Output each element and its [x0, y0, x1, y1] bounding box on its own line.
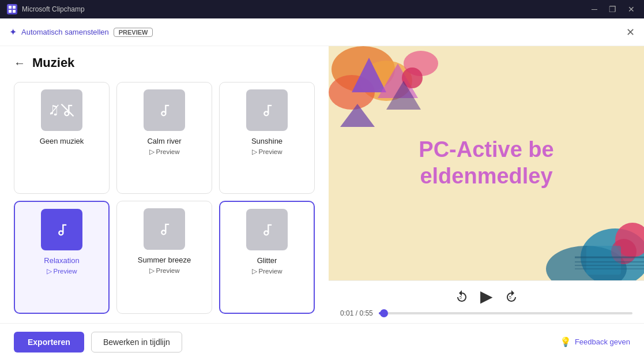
relaxation-preview[interactable]: ▷ Preview — [47, 267, 77, 275]
window-close-button[interactable]: ✕ — [626, 5, 637, 14]
deco-topleft — [329, 46, 444, 138]
feedback-label: Feedback geven — [575, 337, 630, 346]
geen-muziek-icon: ♫̸ — [41, 89, 82, 131]
glitter-name: Glitter — [257, 256, 277, 265]
feedback-link[interactable]: 💡 Feedback geven — [560, 336, 630, 347]
svg-rect-2 — [9, 10, 12, 13]
play-triangle-icon: ▷ — [149, 267, 155, 275]
player-controls: 5 ▶ 5 0:01 / 0:55 — [329, 280, 644, 323]
auto-assemble-label: Automatisch samenstellen — [21, 28, 109, 36]
rewind-icon: 5 — [455, 290, 469, 303]
progress-bar[interactable] — [379, 312, 632, 314]
left-panel: ← Muziek ♫̸ Geen muziek Calm river ▷ — [0, 46, 329, 323]
svg-rect-3 — [13, 10, 16, 13]
app-logo — [7, 4, 17, 14]
relaxation-name: Relaxation — [44, 256, 79, 265]
right-panel: PC-Active be eldenmedley — [329, 46, 644, 323]
svg-rect-1 — [13, 6, 16, 9]
music-card-relaxation[interactable]: Relaxation ▷ Preview — [14, 201, 110, 314]
music-grid: ♫̸ Geen muziek Calm river ▷ Preview — [14, 82, 315, 314]
svg-rect-0 — [9, 6, 12, 9]
play-triangle-icon: ▷ — [149, 148, 155, 156]
play-triangle-icon: ▷ — [252, 267, 257, 275]
auto-assemble-header: ✦ Automatisch samenstellen PREVIEW — [9, 27, 153, 38]
calm-river-preview[interactable]: ▷ Preview — [149, 148, 180, 156]
progress-thumb — [380, 309, 388, 317]
deco-bottomright — [540, 211, 644, 280]
music-card-geen-muziek[interactable]: ♫̸ Geen muziek — [14, 82, 110, 194]
preview-badge: PREVIEW — [114, 28, 153, 37]
svg-text:5: 5 — [460, 295, 462, 299]
music-card-calm-river[interactable]: Calm river ▷ Preview — [116, 82, 212, 194]
page-header: ← Muziek — [14, 55, 315, 70]
sparkle-icon: ✦ — [9, 27, 17, 38]
maximize-button[interactable]: ❐ — [607, 5, 619, 14]
rewind-button[interactable]: 5 — [455, 290, 469, 303]
app-title: Microsoft Clipchamp — [22, 5, 85, 13]
music-card-summer-breeze[interactable]: Summer breeze ▷ Preview — [116, 201, 212, 314]
time-current: 0:01 / 0:55 — [340, 309, 373, 317]
control-buttons: 5 ▶ 5 — [455, 287, 518, 306]
play-button[interactable]: ▶ — [480, 287, 493, 306]
glitter-icon — [246, 209, 288, 250]
summer-breeze-preview[interactable]: ▷ Preview — [149, 267, 180, 275]
video-canvas: PC-Active be eldenmedley — [329, 46, 644, 280]
sunshine-name: Sunshine — [251, 137, 283, 145]
titlebar: Microsoft Clipchamp ─ ❐ ✕ — [0, 0, 644, 18]
video-overlay-text: PC-Active be eldenmedley — [419, 137, 553, 189]
calm-river-name: Calm river — [147, 137, 181, 145]
music-card-sunshine[interactable]: Sunshine ▷ Preview — [219, 82, 315, 194]
svg-text:5: 5 — [509, 295, 511, 299]
lightbulb-icon: 💡 — [560, 336, 571, 347]
dialog-close-button[interactable]: ✕ — [626, 26, 635, 39]
main-content: ← Muziek ♫̸ Geen muziek Calm river ▷ — [0, 46, 644, 323]
header-bar: ✦ Automatisch samenstellen PREVIEW ✕ — [0, 18, 644, 46]
play-triangle-icon: ▷ — [47, 267, 52, 275]
forward-button[interactable]: 5 — [504, 290, 518, 303]
play-triangle-icon: ▷ — [252, 148, 257, 156]
summer-breeze-icon — [144, 208, 185, 250]
geen-muziek-name: Geen muziek — [40, 137, 84, 145]
progress-row: 0:01 / 0:55 — [340, 309, 632, 317]
calm-river-icon — [144, 89, 185, 131]
video-preview: PC-Active be eldenmedley — [329, 46, 644, 280]
glitter-preview[interactable]: ▷ Preview — [252, 267, 283, 275]
window-controls: ─ ❐ ✕ — [589, 5, 637, 14]
sunshine-icon — [246, 89, 288, 131]
summer-breeze-name: Summer breeze — [138, 256, 191, 264]
export-button[interactable]: Exporteren — [14, 332, 84, 352]
forward-icon: 5 — [504, 290, 518, 303]
page-title: Muziek — [32, 55, 74, 70]
sunshine-preview[interactable]: ▷ Preview — [252, 148, 283, 156]
music-card-glitter[interactable]: Glitter ▷ Preview — [219, 201, 315, 314]
back-button[interactable]: ← — [14, 57, 25, 70]
svg-rect-18 — [586, 246, 621, 275]
relaxation-icon — [41, 209, 82, 250]
timeline-button[interactable]: Bewerken in tijdlijn — [91, 332, 182, 352]
minimize-button[interactable]: ─ — [589, 5, 600, 14]
footer: Exporteren Bewerken in tijdlijn 💡 Feedba… — [0, 323, 644, 360]
